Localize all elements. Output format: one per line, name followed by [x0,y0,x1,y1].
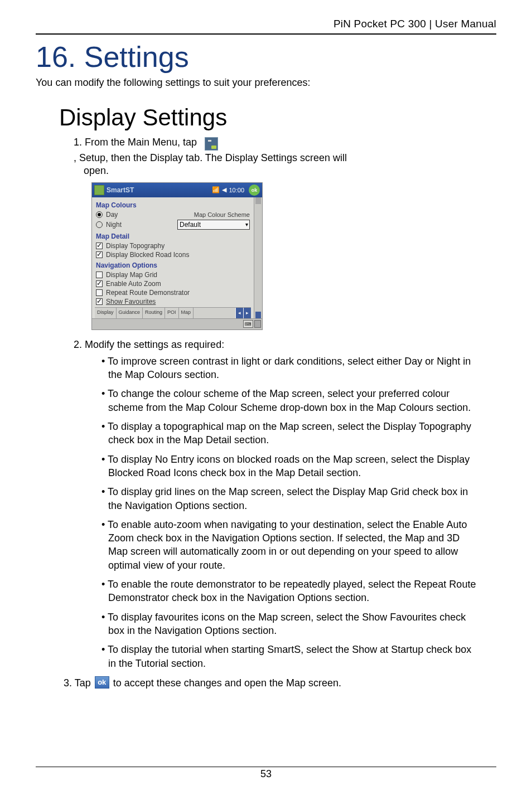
ok-button[interactable]: ok [249,185,260,196]
scheme-value: Default [180,221,201,229]
night-radio[interactable] [96,221,103,228]
page-number: 53 [36,768,496,780]
bullet-item: • To display the tutorial when starting … [91,643,478,670]
sip-up-icon[interactable] [254,320,261,328]
ok-icon: ok [95,676,109,689]
day-label: Day [106,211,118,219]
settings-content: Map Colours Day Map Colour Scheme Night … [92,197,254,318]
bullet-item: • To display grid lines on the Map scree… [91,485,478,512]
speaker-icon: ◀ [222,186,226,193]
tab-arrows: ◂ ▸ [235,308,251,318]
tab-arrow-right[interactable]: ▸ [243,308,251,318]
topography-label: Display Topography [106,242,165,250]
day-radio[interactable] [96,211,103,218]
bullet-item: • To display No Entry icons on blocked r… [91,453,478,480]
grid-label: Display Map Grid [106,271,157,279]
intro-text: You can modify the following settings to… [36,77,496,89]
step-3-prefix: 3. Tap [64,677,91,689]
tab-arrow-left[interactable]: ◂ [235,308,243,318]
scheme-field-label: Map Colour Scheme [194,211,250,218]
bullet-item: • To display a topographical map on the … [91,420,478,447]
header-rule [36,33,496,35]
footer-rule [36,767,496,767]
repeat-label: Repeat Route Demonstrator [106,289,190,297]
bullet-item: • To enable auto-zoom when navigating to… [91,518,478,572]
map-detail-heading: Map Detail [95,230,251,241]
header-text: PiN Pocket PC 300 | User Manual [333,18,496,30]
step-1-prefix: 1. From the Main Menu, tap [74,135,197,149]
repeat-check[interactable] [96,289,103,296]
bullet-item: • To enable the route demonstrator to be… [91,578,478,605]
tab-poi[interactable]: POI [165,308,179,318]
blocked-icons-check[interactable] [96,251,103,258]
grid-row: Display Map Grid [95,270,251,279]
repeat-row: Repeat Route Demonstrator [95,288,251,297]
bullet-list: • To improve screen contrast in light or… [91,355,478,670]
step-1: 1. From the Main Menu, tap , Setup, then… [74,135,478,165]
app-icon [94,185,104,195]
clock: 10:00 [229,187,244,193]
setup-icon [205,137,218,151]
autozoom-label: Enable Auto Zoom [106,280,161,288]
sip-bar: ⌨ [92,318,262,329]
blocked-icons-label: Display Blocked Road Icons [106,251,189,259]
window-titlebar: SmartST 📶 ◀ 10:00 ok [92,183,262,197]
tab-guidance[interactable]: Guidance [117,308,143,318]
bullet-item: • To display favourites icons on the Map… [91,610,478,638]
autozoom-check[interactable] [96,280,103,287]
header-separator: | [429,18,435,30]
keyboard-icon[interactable]: ⌨ [243,320,253,328]
app-title: SmartST [107,186,212,194]
map-colours-heading: Map Colours [95,199,251,210]
doc-type: User Manual [435,18,496,30]
device-screenshot: SmartST 📶 ◀ 10:00 ok Map Colours Day Map… [91,182,263,330]
grid-check[interactable] [96,272,103,278]
status-area: 📶 ◀ 10:00 ok [212,185,260,196]
showfav-label: Show Favourites [106,298,156,306]
tab-display[interactable]: Display [95,308,117,318]
step-3-suffix: to accept these changes and open the Map… [110,677,341,689]
page-header: PiN Pocket PC 300 | User Manual [36,18,496,32]
footer: 53 [36,767,496,780]
night-row: Night Default [95,219,251,230]
step-1-cont: open. [84,165,496,177]
showfav-row: Show Favourites [95,297,251,307]
day-row: Day Map Colour Scheme [95,210,251,219]
product-name: PiN Pocket PC 300 [333,18,426,30]
blocked-icons-row: Display Blocked Road Icons [95,250,251,259]
scrollbar[interactable] [254,197,262,318]
tab-map[interactable]: Map [179,308,194,318]
step-1-mid: , Setup, then the Display tab. The Displ… [74,151,347,164]
tab-routing[interactable]: Routing [143,308,165,318]
scheme-combo[interactable]: Default [177,220,250,230]
page: PiN Pocket PC 300 | User Manual 16. Sett… [0,0,532,790]
window-body: Map Colours Day Map Colour Scheme Night … [92,197,262,318]
tab-row: Display Guidance Routing POI Map ◂ ▸ [95,307,251,318]
night-label: Night [106,221,122,229]
bullet-item: • To change the colour scheme of the Map… [91,387,478,414]
topography-check[interactable] [96,243,103,249]
autozoom-row: Enable Auto Zoom [95,279,251,288]
nav-options-heading: Navigation Options [95,259,251,270]
bullet-item: • To improve screen contrast in light or… [91,355,478,382]
topography-row: Display Topography [95,241,251,250]
showfav-check[interactable] [96,298,103,305]
section-title: Display Settings [59,104,496,131]
step-2: 2. Modify the settings as required: [74,338,478,351]
chapter-title: 16. Settings [36,40,496,74]
step-3: 3. Tap ok to accept these changes and op… [64,676,478,691]
signal-icon: 📶 [212,186,220,193]
